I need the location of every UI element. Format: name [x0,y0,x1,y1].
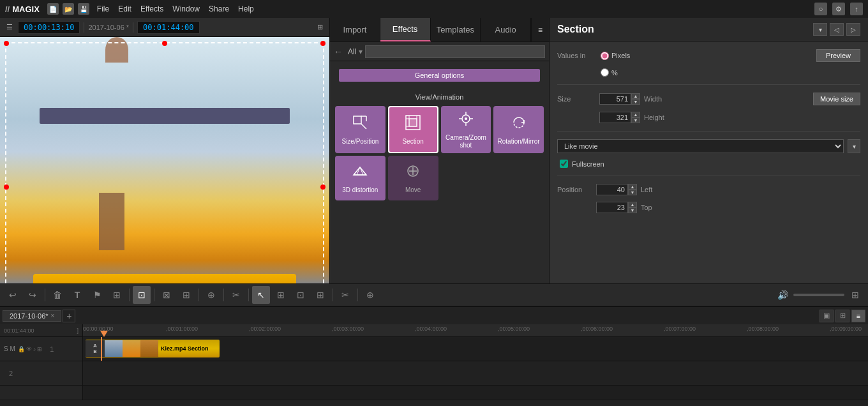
width-input[interactable] [599,93,631,105]
section-dropdown-btn[interactable]: ▾ [813,23,827,36]
trim-tool-btn[interactable]: ⊡ [292,286,310,304]
track-1-controls: 🔒 👁 ♪ ⊞ [18,346,43,352]
project-name-label: 2017-10-06 * [88,24,129,31]
effect-tile-size-position[interactable]: Size/Position [335,106,385,153]
panel-collapse-btn[interactable]: ≡ [531,18,549,41]
section-prev-btn[interactable]: ◁ [830,23,844,36]
settings-icon[interactable]: ⚙ [832,3,845,15]
left-input[interactable] [596,184,628,195]
pixels-radio[interactable] [601,52,609,60]
view-grid-btn[interactable]: ⊞ [835,310,849,322]
track-row-1[interactable]: A B Kiez.mp4 Section [83,337,868,361]
view-list-btn[interactable]: ≡ [851,310,865,322]
clip-thumb-1 [105,340,123,357]
expand-btn[interactable]: ☰ [4,22,15,33]
top-spin-up[interactable]: ▲ [628,202,637,207]
delete-btn[interactable]: 🗑 [49,286,66,304]
menu-file[interactable]: File [97,4,109,13]
effect-tile-camera-zoom[interactable]: Camera/Zoom shot [441,106,491,153]
menu-help[interactable]: Help [238,4,254,13]
new-file-icon[interactable]: 📄 [47,3,59,15]
effect-tile-3d[interactable]: 3D distortion [335,156,385,200]
ruler-mark-1: ,00:01:00:00 [166,326,198,332]
preview-menu-btn[interactable]: ⊞ [315,22,326,33]
search-area[interactable] [365,45,545,58]
timeline-tab-close[interactable]: × [51,312,55,319]
ripple-btn[interactable]: ⊞ [311,286,329,304]
tab-templates[interactable]: Templates [431,18,481,41]
fullscreen-checkbox[interactable] [560,160,568,168]
view-single-btn[interactable]: ▣ [819,310,834,322]
general-options-tab[interactable]: General options [339,69,540,82]
ungroup-btn[interactable]: ⊠ [158,286,176,304]
menu-share[interactable]: Share [209,4,229,13]
tb-menu-btn[interactable]: ⊞ [846,286,864,304]
left-spin-up[interactable]: ▲ [628,184,637,190]
height-spin-down[interactable]: ▼ [631,117,640,123]
upload-icon[interactable]: ↑ [850,3,863,15]
tab-effects[interactable]: Effects [380,18,431,41]
tab-import[interactable]: Import [330,18,380,41]
svg-rect-5 [409,119,417,126]
width-spin-up[interactable]: ▲ [631,93,640,99]
group-btn[interactable]: ⊞ [177,286,195,304]
track-1-lock[interactable]: 🔒 [18,346,25,352]
preview-btn[interactable]: Preview [816,49,860,62]
razor-btn[interactable]: ✂ [336,286,354,304]
effect-tile-section[interactable]: Section [388,106,438,153]
effect-tile-rotation[interactable]: Rotation/Mirror [493,106,544,153]
percent-radio[interactable] [601,68,609,77]
effect-tile-move[interactable]: Move [388,156,438,200]
redo-btn[interactable]: ↪ [24,286,41,304]
clip-ab-icon: A B [86,340,105,357]
ruler-spacer-bracket: ] [77,327,79,334]
effects-toolbar: ← All ▾ [330,42,549,61]
menu-effects[interactable]: Effects [140,4,163,13]
tb-sep8 [357,289,358,301]
undo-btn[interactable]: ↩ [4,286,22,304]
track-1-eye[interactable]: 👁 [26,346,32,352]
audio-mix-btn[interactable]: ⊞ [108,286,126,304]
dropdown-arrow-btn[interactable]: ▾ [848,139,860,153]
insert2-btn[interactable]: ⊕ [361,286,379,304]
height-spin-up[interactable]: ▲ [631,112,640,117]
volume-icon[interactable]: 🔊 [774,286,791,304]
scissors-btn[interactable]: ✂ [227,286,245,304]
cursor-tool-btn[interactable]: ↖ [252,286,270,304]
track-labels: 00:01:44:00 ] S M 🔒 👁 ♪ ⊞ 1 2 [0,324,83,400]
height-input[interactable] [599,112,631,123]
menu-edit[interactable]: Edit [118,4,131,13]
timeline-add-tab-btn[interactable]: + [63,310,75,322]
track-1-fx[interactable]: ⊞ [37,346,42,352]
tab-audio[interactable]: Audio [481,18,531,41]
menu-window[interactable]: Window [172,4,200,13]
movie-size-btn[interactable]: Movie size [813,93,860,105]
breadcrumb-dropdown-btn[interactable]: ▾ [359,47,363,56]
top-spin-down[interactable]: ▼ [628,207,637,213]
main-clip[interactable]: A B Kiez.mp4 Section [86,340,220,357]
track-row-2[interactable] [83,361,868,386]
open-file-icon[interactable]: 📂 [63,3,74,15]
handle-top-right[interactable] [320,41,326,46]
timeline-tab[interactable]: 2017-10-06* × [3,310,61,322]
top-input[interactable] [596,202,628,213]
handle-top-mid[interactable] [162,41,167,46]
logo-name: MAGIX [12,4,40,14]
text-btn[interactable]: T [68,286,86,304]
h-scrollbar[interactable] [0,400,868,406]
divider1 [557,84,860,85]
timeline-ruler[interactable]: 00:00:00:00 ,00:01:00:00 ,00:02:00:00 ,0… [83,324,868,337]
handle-top-left[interactable] [4,41,9,46]
save-file-icon[interactable]: 💾 [78,3,89,15]
select-track-btn[interactable]: ⊞ [272,286,290,304]
width-spin-down[interactable]: ▼ [631,99,640,105]
magnetic-btn[interactable]: ⊡ [133,286,151,304]
nav-back-btn[interactable]: ← [334,47,343,57]
volume-slider[interactable] [793,294,844,296]
like-movie-dropdown[interactable]: Like movie [557,139,844,153]
insert-btn[interactable]: ⊕ [202,286,220,304]
track-1-vol[interactable]: ♪ [33,346,36,352]
left-spin-down[interactable]: ▼ [628,190,637,195]
marker-btn[interactable]: ⚑ [88,286,106,304]
section-next-btn[interactable]: ▷ [846,23,860,36]
